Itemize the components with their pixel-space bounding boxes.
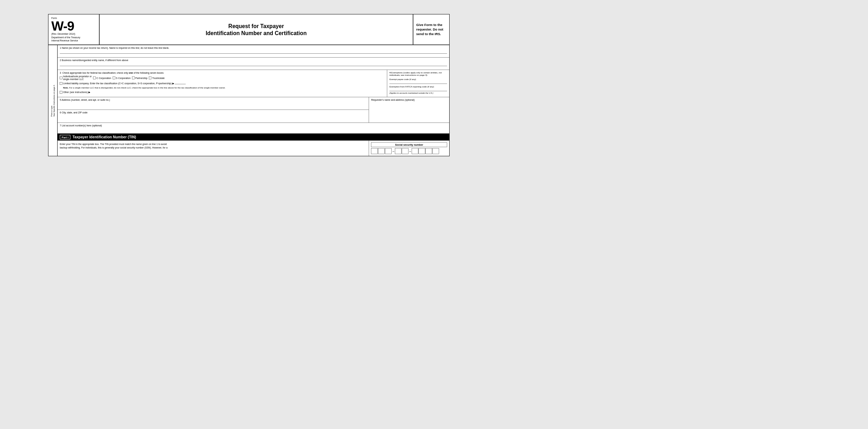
row-5-6: 5 Address (number, street, and apt. or s… [58,97,369,123]
checkbox-individual[interactable] [60,77,62,79]
form-dept: Department of the Treasury Internal Reve… [51,36,96,42]
checkbox-c-corp[interactable] [93,77,95,79]
form-body: Print or type See Specific Instructions … [48,45,449,156]
tax-class-partnership: Partnership [132,77,147,79]
ssn-box-9[interactable] [432,148,439,154]
field-6-row: 6 City, state, and ZIP code [58,110,369,123]
tax-class-s-corp: S Corporation [112,77,130,79]
ssn-box-3[interactable] [385,148,391,154]
form-rev: (Rev. December 2014) [51,33,96,35]
side-label-text: Print or type See Specific Instructions … [50,85,55,117]
header-right: Give Form to the requester. Do not send … [412,14,449,45]
tax-class-boxes: Individual/sole proprietor orsingle-memb… [60,75,385,81]
row-3-4: 3 Check appropriate box for federal tax … [58,70,449,97]
ssn-box-2[interactable] [378,148,385,154]
field-5-label: 5 Address (number, street, and apt. or s… [60,99,366,101]
ssn-box-1[interactable] [371,148,378,154]
ssn-label: Social security number [371,143,447,147]
fatca-note: (Applies to accounts maintained outside … [389,92,447,94]
other-row: Other (see instructions) ▶ [60,91,385,94]
field-4-label: 4 Exemptions (codes apply only to certai… [389,71,447,77]
checkbox-partnership[interactable] [132,77,134,79]
checkbox-trust[interactable] [149,77,151,79]
field-3-label: 3 Check appropriate box for federal tax … [60,71,385,74]
field-1-row: 1 Name (as shown on your income tax retu… [58,45,449,58]
ssn-dash-2: – [409,148,411,154]
field-2-label: 2 Business name/disregarded entity name,… [60,59,447,62]
part-i-text: Enter your TIN in the appropriate box. T… [58,141,369,156]
side-label: Print or type See Specific Instructions … [48,45,58,156]
form-fields: 1 Name (as shown on your income tax retu… [58,45,449,156]
ssn-box-4[interactable] [395,148,402,154]
header-left: Form W-9 (Rev. December 2014) Department… [48,14,100,45]
field-2-input[interactable] [60,62,447,66]
part-i-title: Taxpayer Identification Number (TIN) [72,135,136,139]
fatca-row: Exemption from FATCA reporting code (if … [389,85,447,94]
field-1-input[interactable] [60,50,447,54]
row-5-6-requester: 5 Address (number, street, and apt. or s… [58,97,449,123]
field-3-section: 3 Check appropriate box for federal tax … [58,70,387,97]
ssn-box-8[interactable] [425,148,432,154]
fatca-input[interactable] [389,88,447,91]
ssn-box-6[interactable] [411,148,418,154]
checkbox-llc[interactable] [60,82,62,85]
field-7-label: 7 List account number(s) here (optional) [60,124,447,127]
tax-class-c-corp: C Corporation [93,77,111,79]
field-6-label: 6 City, state, and ZIP code [60,111,366,114]
exempt-payee-input[interactable] [389,81,447,84]
field-2-row: 2 Business name/disregarded entity name,… [58,58,449,70]
checkbox-s-corp[interactable] [112,77,115,79]
tax-class-individual: Individual/sole proprietor orsingle-memb… [60,75,92,81]
note-row: Note. For a single-member LLC that is di… [60,86,385,90]
field-5-row: 5 Address (number, street, and apt. or s… [58,97,369,110]
llc-line[interactable] [175,84,186,84]
field-1-label: 1 Name (as shown on your income tax retu… [60,47,447,50]
field-4-section: 4 Exemptions (codes apply only to certai… [387,70,449,97]
give-form-text: Give Form to the requester. Do not send … [416,22,446,36]
form-number: W-9 [51,20,96,33]
form-header: Form W-9 (Rev. December 2014) Department… [48,14,449,45]
llc-row: Limited liability company. Enter the tax… [60,82,385,85]
header-title: Request for Taxpayer Identification Numb… [205,22,306,37]
part-i-header: Part I Taxpayer Identification Number (T… [58,134,449,140]
ssn-boxes: – – [371,148,447,154]
ssn-box-5[interactable] [402,148,408,154]
exempt-payee-row: Exempt payee code (if any) [389,78,447,84]
ssn-box-7[interactable] [418,148,425,154]
part-i-content: Enter your TIN in the appropriate box. T… [58,141,449,156]
checkbox-other[interactable] [60,91,62,93]
header-center: Request for Taxpayer Identification Numb… [99,14,412,45]
w9-form: Form W-9 (Rev. December 2014) Department… [48,14,450,156]
part-i-ssn: Social security number – – [369,141,449,156]
requester-label: Requester's name and address (optional) [371,99,447,101]
field-7-row: 7 List account number(s) here (optional) [58,123,449,134]
ssn-dash-1: – [392,148,395,154]
requester-box: Requester's name and address (optional) [369,97,449,123]
part-i-badge: Part I [60,135,70,139]
tax-class-trust: Trust/estate [149,77,165,79]
